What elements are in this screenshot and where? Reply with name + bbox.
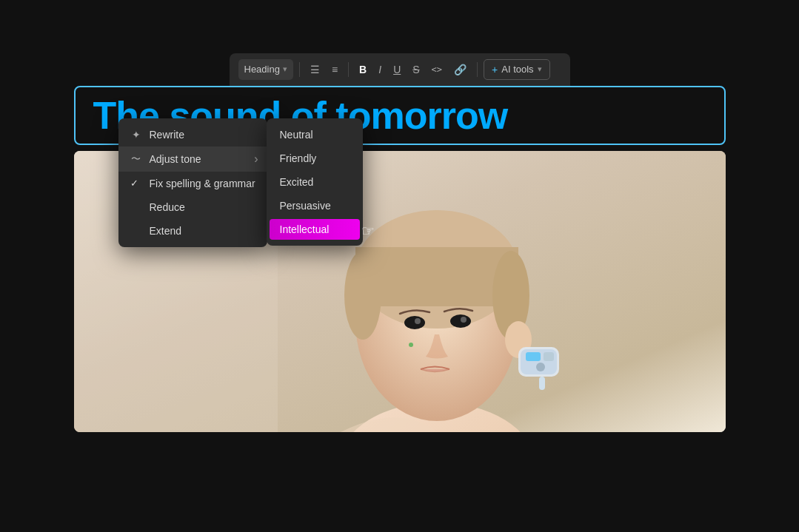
numbered-list-icon: ≡ bbox=[332, 64, 338, 75]
svg-point-9 bbox=[450, 314, 471, 328]
fix-spelling-item[interactable]: ✓ Fix spelling & grammar bbox=[118, 172, 267, 195]
italic-button[interactable]: I bbox=[374, 59, 386, 80]
heading-select-label: Heading bbox=[244, 64, 280, 75]
svg-point-11 bbox=[461, 317, 467, 323]
link-button[interactable]: 🔗 bbox=[449, 59, 471, 80]
link-icon: 🔗 bbox=[454, 64, 467, 75]
tone-neutral-label: Neutral bbox=[280, 129, 313, 141]
tone-intellectual-label: Intellectual bbox=[280, 223, 330, 235]
ai-tools-chevron: ▾ bbox=[538, 64, 542, 74]
submenu-arrow-icon: › bbox=[254, 152, 258, 166]
cursor-hand-icon: ☞ bbox=[361, 222, 375, 240]
tone-submenu: Neutral Friendly Excited Persuasive Inte… bbox=[267, 118, 363, 246]
svg-point-18 bbox=[536, 363, 545, 371]
sparkle-icon: ✦ bbox=[130, 129, 142, 141]
tone-neutral[interactable]: Neutral bbox=[267, 123, 363, 147]
divider-2 bbox=[348, 62, 349, 77]
heading-select[interactable]: Heading ▾ bbox=[238, 59, 293, 80]
svg-point-8 bbox=[404, 316, 425, 329]
adjust-tone-label: Adjust tone bbox=[150, 153, 201, 165]
svg-point-10 bbox=[415, 318, 421, 324]
rewrite-item[interactable]: ✦ Rewrite bbox=[118, 123, 267, 147]
divider-1 bbox=[299, 62, 300, 77]
tone-friendly-label: Friendly bbox=[280, 152, 317, 164]
strikethrough-button[interactable]: S bbox=[408, 59, 424, 80]
numbered-list-button[interactable]: ≡ bbox=[327, 59, 342, 80]
editor-wrapper: Heading ▾ ☰ ≡ B I U S <> 🔗 bbox=[74, 86, 726, 432]
tone-excited[interactable]: Excited bbox=[267, 170, 363, 194]
bullet-list-button[interactable]: ☰ bbox=[306, 59, 324, 80]
tone-friendly[interactable]: Friendly bbox=[267, 147, 363, 170]
reduce-label: Reduce bbox=[150, 201, 185, 213]
tone-intellectual[interactable]: Intellectual ☞ bbox=[270, 219, 360, 240]
bold-button[interactable]: B bbox=[355, 59, 371, 80]
ai-tools-button[interactable]: + AI tools ▾ bbox=[484, 59, 550, 80]
reduce-item[interactable]: Reduce bbox=[118, 195, 267, 219]
app-background: Heading ▾ ☰ ≡ B I U S <> 🔗 bbox=[0, 0, 799, 532]
dropdown-container: ✦ Rewrite 〜 Adjust tone › ✓ Fix spelling… bbox=[118, 118, 267, 247]
bullet-list-icon: ☰ bbox=[310, 64, 320, 75]
divider-3 bbox=[477, 62, 478, 77]
extend-label: Extend bbox=[150, 225, 182, 237]
fix-spelling-label: Fix spelling & grammar bbox=[150, 178, 255, 189]
svg-rect-16 bbox=[526, 352, 541, 361]
rewrite-label: Rewrite bbox=[150, 129, 184, 141]
svg-rect-17 bbox=[544, 352, 554, 361]
wave-icon: 〜 bbox=[130, 152, 142, 166]
svg-point-12 bbox=[409, 343, 413, 347]
code-button[interactable]: <> bbox=[427, 59, 447, 80]
ai-tools-label: AI tools bbox=[501, 64, 533, 75]
svg-rect-19 bbox=[539, 377, 545, 390]
checkmark-icon: ✓ bbox=[130, 178, 142, 189]
adjust-tone-item[interactable]: 〜 Adjust tone › bbox=[118, 147, 267, 172]
svg-point-6 bbox=[344, 251, 381, 340]
tone-persuasive[interactable]: Persuasive bbox=[267, 194, 363, 218]
extend-item[interactable]: Extend bbox=[118, 219, 267, 243]
underline-button[interactable]: U bbox=[389, 59, 405, 80]
formatting-toolbar: Heading ▾ ☰ ≡ B I U S <> 🔗 bbox=[230, 53, 570, 86]
chevron-down-icon: ▾ bbox=[283, 64, 287, 74]
tone-excited-label: Excited bbox=[280, 176, 314, 188]
tone-persuasive-label: Persuasive bbox=[280, 200, 331, 212]
ai-tools-dropdown: ✦ Rewrite 〜 Adjust tone › ✓ Fix spelling… bbox=[118, 118, 267, 247]
plus-icon: + bbox=[492, 64, 498, 75]
